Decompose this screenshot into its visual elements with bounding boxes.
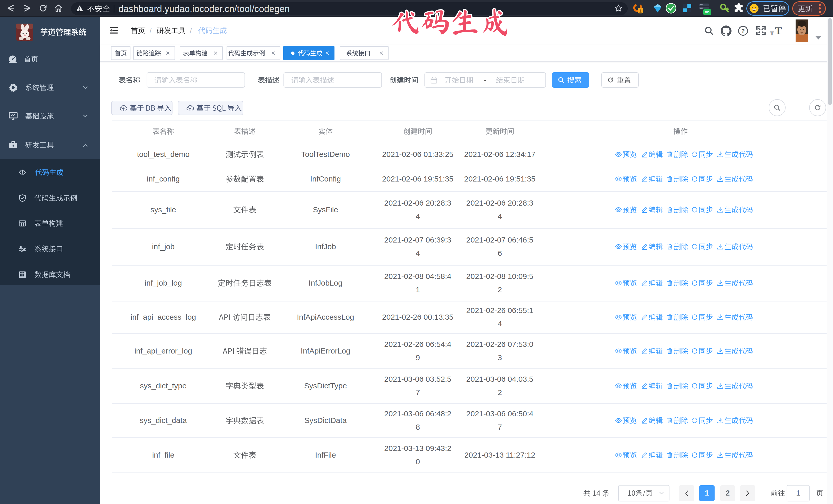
svg-text:1: 1 (639, 8, 642, 14)
svg-text:?: ? (741, 27, 745, 34)
